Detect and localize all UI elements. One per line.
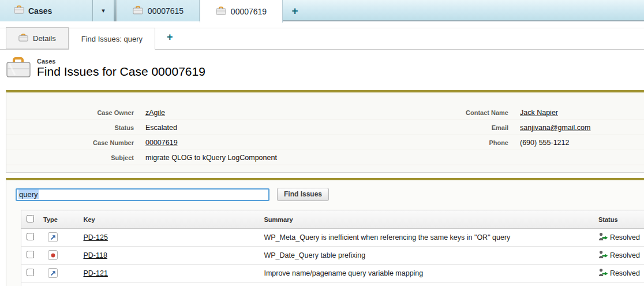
- issue-summary: WP_Date_Query table prefixing: [259, 247, 593, 265]
- console-tab-label: 00007615: [148, 6, 184, 16]
- resolved-icon: [598, 232, 608, 243]
- table-row: PD-114Issue with SQL query generated by …: [21, 283, 644, 286]
- column-header-key[interactable]: Key: [78, 210, 259, 229]
- field-value: Escalated: [145, 124, 177, 132]
- field-label: Case Number: [6, 139, 145, 146]
- chevron-down-icon: ▾: [102, 7, 105, 14]
- issue-summary: Improve name/pagename query variable map…: [259, 265, 593, 283]
- table-row: PD-118WP_Date_Query table prefixingResol…: [21, 247, 644, 265]
- issue-search-input[interactable]: query: [16, 188, 269, 201]
- issues-table: Type Key Summary Status PD-125WP_Meta_Qu…: [21, 210, 644, 286]
- page-header: Cases Find Issues for Case 00007619: [0, 50, 644, 82]
- case-icon: [133, 6, 143, 16]
- field-row: Case Number00007619: [6, 135, 325, 150]
- field-value-link[interactable]: sanjivana@gmail.com: [520, 124, 590, 132]
- issue-key-link[interactable]: PD-121: [83, 269, 107, 277]
- issue-status: Resolved: [610, 269, 640, 277]
- case-icon: [18, 34, 28, 43]
- field-row: Emailsanjivana@gmail.com: [325, 120, 644, 135]
- resolved-icon: [598, 250, 608, 261]
- cases-tab[interactable]: Cases: [0, 0, 92, 21]
- field-label: Contact Name: [325, 109, 520, 116]
- field-row: [325, 150, 644, 165]
- row-checkbox[interactable]: [27, 251, 34, 258]
- bug-icon: [48, 250, 58, 260]
- issues-table-header-row: Type Key Summary Status: [21, 210, 644, 229]
- select-all-checkbox[interactable]: [27, 215, 34, 222]
- subtab-row: Details Find Issues: query +: [0, 24, 644, 50]
- issue-summary: Issue with SQL query generated by pre_ge…: [259, 283, 593, 286]
- find-issues-panel: query Find Issues Type Key Summary Statu…: [6, 178, 644, 286]
- case-details-right-column: Contact NameJack NapierEmailsanjivana@gm…: [325, 105, 644, 165]
- case-details-panel: Case OwnerzAgileStatusEscalatedCase Numb…: [6, 90, 644, 173]
- field-row: Contact NameJack Napier: [325, 105, 644, 120]
- table-row: PD-121Improve name/pagename query variab…: [21, 265, 644, 283]
- case-icon: [216, 6, 226, 17]
- issue-summary: WP_Meta_Query is inefficient when refere…: [259, 229, 593, 247]
- field-label: Status: [6, 124, 145, 131]
- cases-tab-dropdown[interactable]: ▾: [92, 0, 114, 21]
- case-icon: [6, 57, 31, 81]
- console-tab-label: 00007619: [231, 7, 267, 16]
- tab-details[interactable]: Details: [6, 27, 69, 49]
- primary-tab-cases: Cases ▾: [0, 0, 114, 21]
- console-tab-00007615[interactable]: 00007615: [117, 0, 200, 21]
- issue-status: Resolved: [610, 251, 640, 259]
- field-row: Case OwnerzAgile: [6, 105, 325, 120]
- find-issues-button[interactable]: Find Issues: [277, 188, 329, 201]
- cases-tab-label: Cases: [28, 6, 52, 16]
- entity-label: Cases: [37, 58, 205, 65]
- column-header-status[interactable]: Status: [594, 210, 644, 229]
- add-subtab-button[interactable]: +: [163, 27, 177, 49]
- improvement-icon: [48, 268, 58, 278]
- field-row: Phone(690) 555-1212: [325, 135, 644, 150]
- console-tab-bar: Cases ▾ 0000761500007619 +: [0, 0, 644, 21]
- issue-search-value: query: [18, 190, 39, 199]
- tab-details-label: Details: [33, 34, 56, 43]
- row-checkbox[interactable]: [27, 269, 34, 276]
- field-value-link[interactable]: 00007619: [145, 139, 178, 147]
- tab-find-issues-label: Find Issues: query: [81, 35, 143, 43]
- case-icon: [14, 5, 24, 16]
- tab-find-issues[interactable]: Find Issues: query: [69, 28, 155, 50]
- field-value: (690) 555-1212: [520, 139, 569, 147]
- field-row: StatusEscalated: [6, 120, 325, 135]
- row-checkbox[interactable]: [27, 233, 34, 240]
- column-header-summary[interactable]: Summary: [259, 210, 593, 229]
- issue-key-link[interactable]: PD-125: [83, 233, 107, 242]
- case-details-left-column: Case OwnerzAgileStatusEscalatedCase Numb…: [6, 105, 325, 165]
- improvement-icon: [48, 232, 58, 242]
- field-value-link[interactable]: zAgile: [145, 109, 165, 117]
- issue-key-link[interactable]: PD-118: [83, 251, 107, 259]
- field-value: migrate QLOG to kQuery LogComponent: [145, 154, 277, 162]
- add-console-tab-button[interactable]: +: [283, 0, 307, 21]
- field-value-link[interactable]: Jack Napier: [520, 109, 558, 117]
- column-header-type[interactable]: Type: [39, 210, 78, 229]
- issue-status: Resolved: [610, 233, 640, 242]
- console-tab-00007619[interactable]: 00007619: [200, 0, 283, 23]
- console-tabs: 0000761500007619: [117, 0, 283, 21]
- field-row: Subjectmigrate QLOG to kQuery LogCompone…: [6, 150, 325, 165]
- table-row: PD-125WP_Meta_Query is inefficient when …: [21, 229, 644, 247]
- field-label: Subject: [6, 154, 145, 161]
- field-label: Phone: [325, 139, 520, 146]
- field-label: Email: [325, 124, 520, 131]
- field-label: Case Owner: [6, 109, 145, 116]
- resolved-icon: [598, 268, 608, 278]
- page-title: Find Issues for Case 00007619: [37, 65, 205, 79]
